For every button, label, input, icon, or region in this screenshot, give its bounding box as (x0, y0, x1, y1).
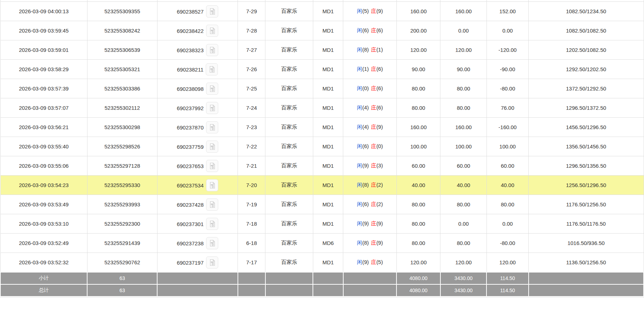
player-points: (6) (362, 143, 369, 149)
round-id-cell: 690238211 (157, 60, 238, 79)
table-row[interactable]: 2026-03-09 03:53:10 523255292300 6902373… (0, 214, 644, 234)
table-row[interactable]: 2026-03-09 03:59:45 523255308242 6902384… (0, 21, 644, 40)
player-label: 闲 (357, 104, 362, 111)
round-id-cell: 690237197 (157, 253, 238, 273)
banker-points: (2) (376, 201, 383, 207)
video-file-icon (208, 123, 216, 131)
game-result: 闲(6)庄(0) (343, 137, 396, 156)
video-replay-button[interactable] (206, 5, 218, 18)
shoe-round: 7-22 (238, 137, 265, 156)
table-row[interactable]: 2026-03-09 03:58:29 523255305321 6902382… (0, 60, 644, 79)
bet-amount-link[interactable]: 200.00 (396, 21, 440, 40)
valid-amount: 0.00 (440, 214, 487, 234)
round-id: 690237534 (177, 182, 204, 188)
valid-amount: 160.00 (440, 2, 487, 21)
bet-amount-link[interactable]: 60.00 (396, 156, 440, 176)
win-loss: -80.00 (486, 79, 528, 98)
bet-amount-link[interactable]: 80.00 (396, 79, 440, 98)
player-points: (1) (362, 66, 369, 72)
table-row[interactable]: 2026-03-09 03:52:49 523255291439 6902372… (0, 234, 644, 253)
table-row[interactable]: 2026-03-09 03:57:07 523255302112 6902379… (0, 98, 644, 118)
bet-amount-link[interactable]: 120.00 (396, 40, 440, 60)
bet-amount-link[interactable]: 40.00 (396, 176, 440, 195)
video-file-icon (208, 27, 216, 35)
table-row[interactable]: 2026-03-09 03:57:39 523255303386 6902380… (0, 79, 644, 98)
round-id-cell: 690237653 (157, 156, 238, 176)
table-row[interactable]: 2026-03-09 03:54:23 523255295330 6902375… (0, 176, 644, 195)
game-result: 闲(8)庄(9) (343, 234, 396, 253)
table-code: MD1 (313, 2, 343, 21)
win-loss: 100.00 (486, 137, 528, 156)
video-file-icon (208, 239, 216, 247)
bet-amount-link[interactable]: 80.00 (396, 195, 440, 214)
game-result: 闲(8)庄(2) (343, 176, 396, 195)
table-code: MD1 (313, 176, 343, 195)
round-id: 690238323 (177, 47, 204, 53)
table-row[interactable]: 2026-03-09 03:59:01 523255306539 6902383… (0, 40, 644, 60)
bet-amount-link[interactable]: 120.00 (396, 253, 440, 273)
video-replay-button[interactable] (206, 179, 218, 191)
bet-amount-link[interactable]: 80.00 (396, 234, 440, 253)
banker-points: (6) (376, 27, 383, 33)
game-type: 百家乐 (265, 253, 313, 273)
video-replay-button[interactable] (206, 141, 218, 153)
balance: 1136.50/1256.50 (529, 253, 644, 273)
shoe-round: 7-20 (238, 176, 265, 195)
video-replay-button[interactable] (206, 256, 218, 269)
win-loss: -160.00 (486, 118, 528, 137)
bet-time: 2026-03-09 03:57:07 (0, 98, 87, 118)
video-replay-button[interactable] (206, 160, 218, 172)
video-replay-button[interactable] (206, 63, 218, 75)
game-type: 百家乐 (265, 2, 313, 21)
player-points: (5) (362, 8, 369, 14)
total-bet-amount: 4080.00 (396, 284, 440, 296)
round-id-cell: 690238527 (157, 2, 238, 21)
player-label: 闲 (357, 8, 362, 14)
table-row[interactable]: 2026-03-09 03:55:40 523255298526 6902377… (0, 137, 644, 156)
game-type: 百家乐 (265, 98, 313, 118)
video-replay-button[interactable] (206, 44, 218, 56)
balance: 1456.50/1296.50 (529, 118, 644, 137)
bet-amount-link[interactable]: 90.00 (396, 60, 440, 79)
game-type: 百家乐 (265, 176, 313, 195)
bet-amount-link[interactable]: 80.00 (396, 98, 440, 118)
table-row[interactable]: 2026-03-09 03:55:06 523255297128 6902376… (0, 156, 644, 176)
player-label: 闲 (357, 46, 362, 53)
video-replay-button[interactable] (206, 25, 218, 37)
bet-amount-link[interactable]: 160.00 (396, 118, 440, 137)
player-points: (4) (362, 104, 369, 111)
bet-history-page: 2026-03-09 04:00:13 523255309355 6902385… (0, 0, 644, 309)
bet-time: 2026-03-09 03:56:21 (0, 118, 87, 137)
banker-points: (0) (376, 143, 383, 149)
win-loss: 120.00 (486, 253, 528, 273)
shoe-round: 7-23 (238, 118, 265, 137)
table-row[interactable]: 2026-03-09 03:56:21 523255300298 6902378… (0, 118, 644, 137)
balance: 1296.50/1372.50 (529, 98, 644, 118)
bet-time: 2026-03-09 03:53:10 (0, 214, 87, 234)
table-row[interactable]: 2026-03-09 03:53:49 523255293993 6902374… (0, 195, 644, 214)
video-replay-button[interactable] (206, 83, 218, 95)
win-loss: 152.00 (486, 2, 528, 21)
bet-time: 2026-03-09 04:00:13 (0, 2, 87, 21)
table-code: MD1 (313, 253, 343, 273)
shoe-round: 7-29 (238, 2, 265, 21)
balance: 1176.50/1176.50 (529, 214, 644, 234)
bet-amount-link[interactable]: 160.00 (396, 2, 440, 21)
table-row[interactable]: 2026-03-09 03:52:32 523255290762 6902371… (0, 253, 644, 273)
video-replay-button[interactable] (206, 218, 218, 230)
bet-amount-link[interactable]: 80.00 (396, 214, 440, 234)
bet-amount-link[interactable]: 100.00 (396, 137, 440, 156)
player-points: (9) (362, 259, 369, 265)
video-replay-button[interactable] (206, 121, 218, 133)
table-row[interactable]: 2026-03-09 04:00:13 523255309355 6902385… (0, 2, 644, 21)
win-loss: 40.00 (486, 176, 528, 195)
banker-label: 庄 (371, 240, 376, 246)
video-replay-button[interactable] (206, 237, 218, 249)
video-replay-button[interactable] (206, 102, 218, 114)
video-replay-button[interactable] (206, 198, 218, 211)
bet-id: 523255308242 (87, 21, 157, 40)
round-id: 690237870 (177, 124, 204, 130)
shoe-round: 6-18 (238, 234, 265, 253)
video-file-icon (208, 259, 216, 266)
table-code: MD1 (313, 21, 343, 40)
